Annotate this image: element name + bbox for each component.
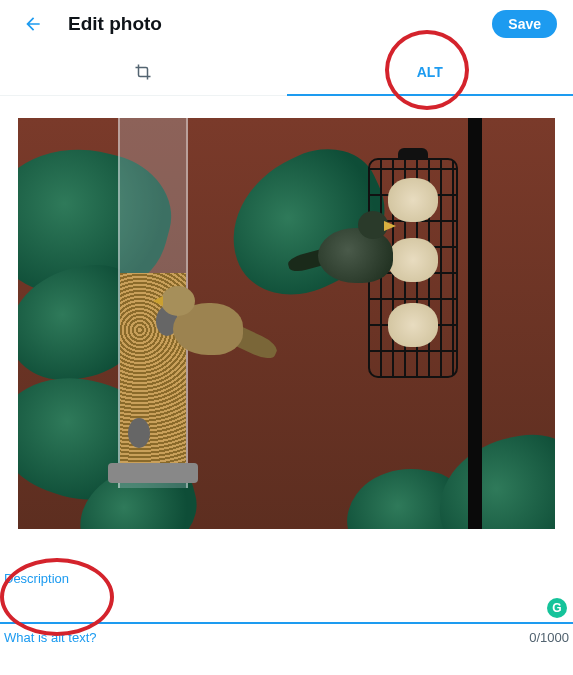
crop-icon	[134, 63, 152, 81]
save-button[interactable]: Save	[492, 10, 557, 38]
tab-alt-label: ALT	[417, 64, 443, 80]
description-label: Description	[4, 571, 569, 588]
header: Edit photo Save	[0, 0, 573, 48]
arrow-left-icon	[23, 14, 43, 34]
tab-bar: ALT	[0, 48, 573, 96]
description-field-container: Description G	[0, 571, 573, 624]
character-count: 0/1000	[529, 630, 569, 645]
description-input[interactable]	[4, 588, 569, 618]
photo-preview	[18, 118, 555, 529]
tab-alt[interactable]: ALT	[287, 48, 574, 95]
photo-preview-area	[0, 96, 573, 541]
grammarly-icon[interactable]: G	[547, 598, 567, 618]
description-footer: What is alt text? 0/1000	[0, 624, 573, 645]
tab-crop[interactable]	[0, 48, 287, 95]
alt-text-help-link[interactable]: What is alt text?	[4, 630, 96, 645]
page-title: Edit photo	[68, 13, 492, 35]
back-button[interactable]	[16, 7, 50, 41]
